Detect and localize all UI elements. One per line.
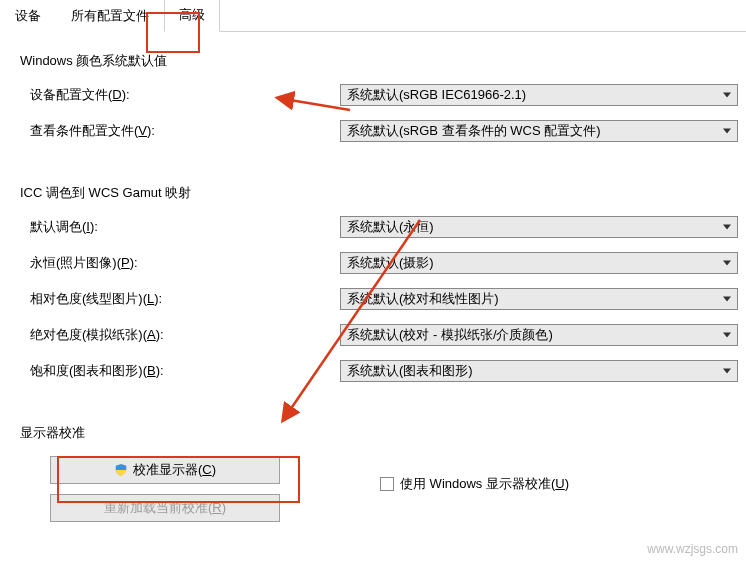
dropdown-saturation[interactable]: 系统默认(图表和图形) bbox=[340, 360, 738, 382]
label-absolute: 绝对色度(模拟纸张)(A): bbox=[30, 326, 340, 344]
tab-devices[interactable]: 设备 bbox=[0, 0, 56, 32]
dropdown-value: 系统默认(摄影) bbox=[347, 254, 434, 272]
button-label: 校准显示器(C) bbox=[133, 461, 216, 479]
dropdown-relative[interactable]: 系统默认(校对和线性图片) bbox=[340, 288, 738, 310]
dropdown-value: 系统默认(校对和线性图片) bbox=[347, 290, 499, 308]
tab-label: 设备 bbox=[15, 8, 41, 23]
label-perpetual: 永恒(照片图像)(P): bbox=[30, 254, 340, 272]
row-default-tone: 默认调色(I): 系统默认(永恒) bbox=[20, 216, 738, 238]
tab-advanced[interactable]: 高级 bbox=[164, 0, 220, 32]
button-label: 重新加载当前校准(R) bbox=[104, 499, 226, 517]
dropdown-viewing-profile[interactable]: 系统默认(sRGB 查看条件的 WCS 配置文件) bbox=[340, 120, 738, 142]
dropdown-perpetual[interactable]: 系统默认(摄影) bbox=[340, 252, 738, 274]
tab-label: 所有配置文件 bbox=[71, 8, 149, 23]
row-use-windows-calibration: 使用 Windows 显示器校准(U) bbox=[380, 475, 569, 493]
section-windows-color-defaults: Windows 颜色系统默认值 设备配置文件(D): 系统默认(sRGB IEC… bbox=[8, 52, 738, 174]
calibrate-display-button[interactable]: 校准显示器(C) bbox=[50, 456, 280, 484]
row-viewing-profile: 查看条件配置文件(V): 系统默认(sRGB 查看条件的 WCS 配置文件) bbox=[20, 120, 738, 142]
dropdown-value: 系统默认(sRGB IEC61966-2.1) bbox=[347, 86, 526, 104]
watermark: www.wzjsgs.com bbox=[647, 542, 738, 556]
row-calibrate-actions: 校准显示器(C) 重新加载当前校准(R) 使用 Windows 显示器校准(U) bbox=[20, 456, 738, 522]
section-title: Windows 颜色系统默认值 bbox=[20, 52, 738, 70]
row-device-profile: 设备配置文件(D): 系统默认(sRGB IEC61966-2.1) bbox=[20, 84, 738, 106]
label-device-profile: 设备配置文件(D): bbox=[30, 86, 340, 104]
section-icc-wcs-gamut: ICC 调色到 WCS Gamut 映射 默认调色(I): 系统默认(永恒) 永… bbox=[8, 184, 738, 414]
checkbox-label: 使用 Windows 显示器校准(U) bbox=[400, 475, 569, 493]
shield-icon bbox=[114, 463, 128, 477]
tab-all-profiles[interactable]: 所有配置文件 bbox=[56, 0, 164, 32]
row-relative: 相对色度(线型图片)(L): 系统默认(校对和线性图片) bbox=[20, 288, 738, 310]
tab-bar: 设备 所有配置文件 高级 bbox=[0, 0, 746, 32]
section-title: 显示器校准 bbox=[20, 424, 738, 442]
section-title: ICC 调色到 WCS Gamut 映射 bbox=[20, 184, 738, 202]
row-absolute: 绝对色度(模拟纸张)(A): 系统默认(校对 - 模拟纸张/介质颜色) bbox=[20, 324, 738, 346]
label-saturation: 饱和度(图表和图形)(B): bbox=[30, 362, 340, 380]
label-relative: 相对色度(线型图片)(L): bbox=[30, 290, 340, 308]
dropdown-device-profile[interactable]: 系统默认(sRGB IEC61966-2.1) bbox=[340, 84, 738, 106]
reload-calibration-button: 重新加载当前校准(R) bbox=[50, 494, 280, 522]
row-saturation: 饱和度(图表和图形)(B): 系统默认(图表和图形) bbox=[20, 360, 738, 382]
dropdown-value: 系统默认(校对 - 模拟纸张/介质颜色) bbox=[347, 326, 553, 344]
section-display-calibration: 显示器校准 校准显示器(C) 重新加载当前校准(R) bbox=[8, 424, 738, 554]
label-default-tone: 默认调色(I): bbox=[30, 218, 340, 236]
checkbox-use-windows-calibration[interactable] bbox=[380, 477, 394, 491]
dropdown-value: 系统默认(sRGB 查看条件的 WCS 配置文件) bbox=[347, 122, 601, 140]
dropdown-value: 系统默认(图表和图形) bbox=[347, 362, 473, 380]
row-perpetual: 永恒(照片图像)(P): 系统默认(摄影) bbox=[20, 252, 738, 274]
content-area: Windows 颜色系统默认值 设备配置文件(D): 系统默认(sRGB IEC… bbox=[0, 32, 746, 562]
dropdown-value: 系统默认(永恒) bbox=[347, 218, 434, 236]
dropdown-absolute[interactable]: 系统默认(校对 - 模拟纸张/介质颜色) bbox=[340, 324, 738, 346]
dropdown-default-tone[interactable]: 系统默认(永恒) bbox=[340, 216, 738, 238]
tab-label: 高级 bbox=[179, 7, 205, 22]
label-viewing-profile: 查看条件配置文件(V): bbox=[30, 122, 340, 140]
